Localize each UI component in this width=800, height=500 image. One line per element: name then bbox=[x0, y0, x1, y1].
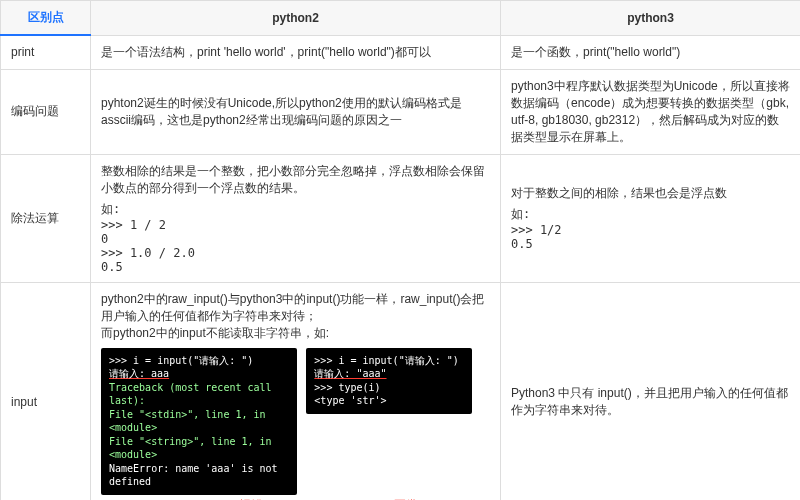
term-line: Traceback (most recent call last): bbox=[109, 381, 289, 408]
term-line: File "<string>", line 1, in <module> bbox=[109, 435, 289, 462]
cell-py2: pyhton2诞生的时候没有Unicode,所以python2使用的默认编码格式… bbox=[91, 69, 501, 154]
term-line: <type 'str'> bbox=[314, 394, 464, 408]
cell-py2: 是一个语法结构，print 'hello world'，print("hello… bbox=[91, 35, 501, 69]
col-header-py3[interactable]: python3 bbox=[501, 1, 801, 36]
term-line: 请输入: aaa bbox=[109, 367, 289, 381]
term-line: 请输入: "aaa" bbox=[314, 367, 464, 381]
terminal-error: >>> i = input("请输入: ") 请输入: aaa Tracebac… bbox=[101, 348, 297, 495]
col-header-py2[interactable]: python2 bbox=[91, 1, 501, 36]
table-row: 编码问题 pyhton2诞生的时候没有Unicode,所以python2使用的默… bbox=[1, 69, 801, 154]
term-line: File "<stdin>", line 1, in <module> bbox=[109, 408, 289, 435]
code-block: 如: >>> 1/2 0.5 bbox=[511, 206, 790, 251]
term-line: >>> type(i) bbox=[314, 381, 464, 395]
cell-py2: 整数相除的结果是一个整数，把小数部分完全忽略掉，浮点数相除会保留小数点的部分得到… bbox=[91, 154, 501, 282]
term-line: >>> i = input("请输入: ") bbox=[109, 354, 289, 368]
col-header-diff[interactable]: 区别点 bbox=[1, 1, 91, 36]
table-row: 除法运算 整数相除的结果是一个整数，把小数部分完全忽略掉，浮点数相除会保留小数点… bbox=[1, 154, 801, 282]
term-line: NameError: name 'aaa' is not defined bbox=[109, 462, 289, 489]
cell-py3: python3中程序默认数据类型为Unicode，所以直接将数据编码（encod… bbox=[501, 69, 801, 154]
comparison-table: 区别点 python2 python3 print 是一个语法结构，print … bbox=[0, 0, 800, 500]
term-line: >>> i = input("请输入: ") bbox=[314, 354, 464, 368]
cell-text: 整数相除的结果是一个整数，把小数部分完全忽略掉，浮点数相除会保留小数点的部分得到… bbox=[101, 164, 485, 195]
table-row: print 是一个语法结构，print 'hello world'，print(… bbox=[1, 35, 801, 69]
row-label: input bbox=[1, 282, 91, 500]
cell-py3: Python3 中只有 input()，并且把用户输入的任何值都作为字符串来对待… bbox=[501, 282, 801, 500]
table-header-row: 区别点 python2 python3 bbox=[1, 1, 801, 36]
terminal-ok: >>> i = input("请输入: ") 请输入: "aaa" >>> ty… bbox=[306, 348, 472, 414]
code-block: 如: >>> 1 / 2 0 >>> 1.0 / 2.0 0.5 bbox=[101, 201, 490, 274]
cell-py2: python2中的raw_input()与python3中的input()功能一… bbox=[91, 282, 501, 500]
row-label: 除法运算 bbox=[1, 154, 91, 282]
cell-text: python2中的raw_input()与python3中的input()功能一… bbox=[101, 291, 490, 342]
row-label: print bbox=[1, 35, 91, 69]
table-row: input python2中的raw_input()与python3中的inpu… bbox=[1, 282, 801, 500]
cell-py3: 是一个函数，print("hello world") bbox=[501, 35, 801, 69]
row-label: 编码问题 bbox=[1, 69, 91, 154]
cell-text: 对于整数之间的相除，结果也会是浮点数 bbox=[511, 186, 727, 200]
cell-py3: 对于整数之间的相除，结果也会是浮点数 如: >>> 1/2 0.5 bbox=[501, 154, 801, 282]
